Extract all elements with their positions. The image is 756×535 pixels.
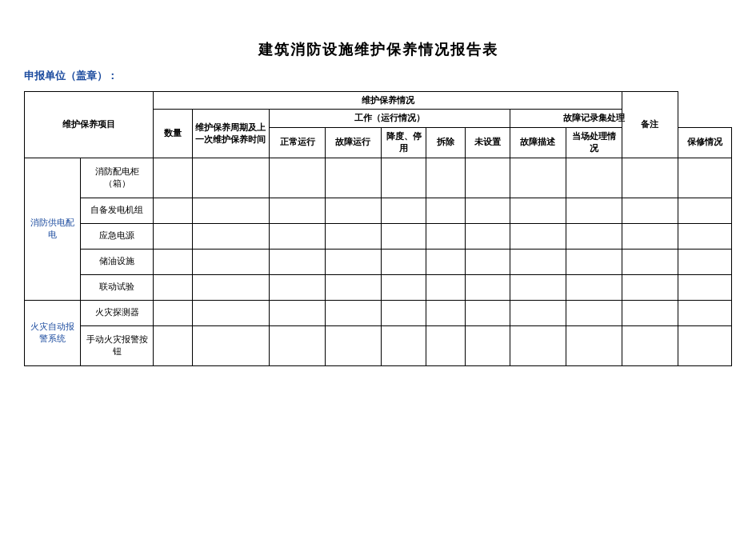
data-not-set [465, 300, 510, 325]
col-header-fault-desc: 故障描述 [510, 127, 566, 158]
data-fault-op [326, 158, 382, 198]
data-not-set [465, 158, 510, 198]
table-row: 联动试验 [25, 274, 732, 300]
data-degraded [381, 158, 426, 198]
data-fault-desc [510, 325, 566, 365]
header-row-1: 维护保养项目 维护保养情况 备注 [25, 92, 732, 110]
data-removed [426, 158, 465, 198]
table-row: 消防供电配电 消防配电柜（箱） [25, 158, 732, 198]
data-degraded [381, 274, 426, 300]
data-fault-desc [510, 274, 566, 300]
col-header-removed: 拆除 [426, 127, 465, 158]
item-cell: 联动试验 [80, 274, 153, 300]
data-period [192, 325, 270, 365]
item-cell: 储油设施 [80, 249, 153, 274]
data-remarks [678, 300, 731, 325]
item-cell: 火灾探测器 [80, 300, 153, 325]
data-degraded [381, 325, 426, 365]
data-removed [426, 249, 465, 274]
data-repair [622, 300, 678, 325]
data-remarks [678, 274, 731, 300]
data-period [192, 274, 270, 300]
data-degraded [381, 223, 426, 249]
data-removed [426, 300, 465, 325]
data-repair [622, 198, 678, 223]
col-header-repair: 保修情况 [678, 127, 731, 158]
data-quantity [154, 274, 192, 300]
data-remarks [678, 325, 731, 365]
data-removed [426, 274, 465, 300]
data-not-set [465, 223, 510, 249]
item-cell: 应急电源 [80, 223, 153, 249]
data-repair [622, 249, 678, 274]
item-cell: 自备发电机组 [80, 198, 153, 223]
col-header-quantity: 数量 [154, 110, 192, 158]
data-quantity [154, 325, 192, 365]
data-quantity [154, 300, 192, 325]
data-onsite [566, 274, 622, 300]
col-header-degraded: 降度、停用 [381, 127, 426, 158]
data-normal [270, 198, 326, 223]
col-header-fault-op: 故障运行 [326, 127, 382, 158]
data-fault-desc [510, 223, 566, 249]
table-row: 火灾自动报警系统 火灾探测器 [25, 300, 732, 325]
data-normal [270, 300, 326, 325]
data-not-set [465, 198, 510, 223]
data-remarks [678, 223, 731, 249]
col-header-maintenance-info: 维护保养情况 [154, 92, 622, 110]
category-cell-2: 火灾自动报警系统 [25, 300, 81, 365]
data-removed [426, 325, 465, 365]
data-fault-desc [510, 249, 566, 274]
data-period [192, 300, 270, 325]
col-header-work-status: 工作（运行情况） [270, 110, 510, 127]
data-removed [426, 223, 465, 249]
col-header-not-set: 未设置 [465, 127, 510, 158]
data-normal [270, 223, 326, 249]
main-table: 维护保养项目 维护保养情况 备注 数量 维护保养周期及上一次维护保养时间 工作（… [24, 91, 732, 366]
data-normal [270, 274, 326, 300]
data-remarks [678, 198, 731, 223]
unit-line: 申报单位（盖章）： [24, 69, 732, 83]
col-header-category: 维护保养项目 [25, 92, 154, 158]
table-row: 自备发电机组 [25, 198, 732, 223]
data-fault-desc [510, 300, 566, 325]
data-quantity [154, 223, 192, 249]
data-normal [270, 325, 326, 365]
item-cell: 消防配电柜（箱） [80, 158, 153, 198]
data-repair [622, 223, 678, 249]
data-fault-op [326, 223, 382, 249]
data-repair [622, 274, 678, 300]
data-repair [622, 158, 678, 198]
data-onsite [566, 198, 622, 223]
data-period [192, 223, 270, 249]
data-onsite [566, 249, 622, 274]
data-fault-op [326, 249, 382, 274]
data-repair [622, 325, 678, 365]
table-row: 手动火灾报警按钮 [25, 325, 732, 365]
col-header-period: 维护保养周期及上一次维护保养时间 [192, 110, 270, 158]
table-row: 应急电源 [25, 223, 732, 249]
data-removed [426, 198, 465, 223]
data-onsite [566, 223, 622, 249]
data-remarks [678, 158, 731, 198]
item-cell: 手动火灾报警按钮 [80, 325, 153, 365]
data-normal [270, 158, 326, 198]
data-period [192, 198, 270, 223]
table-row: 储油设施 [25, 249, 732, 274]
col-header-normal-op: 正常运行 [270, 127, 326, 158]
data-fault-op [326, 325, 382, 365]
data-quantity [154, 249, 192, 274]
data-fault-op [326, 198, 382, 223]
data-not-set [465, 274, 510, 300]
data-period [192, 249, 270, 274]
data-remarks [678, 249, 731, 274]
col-header-onsite: 当场处理情况 [566, 127, 622, 158]
data-fault-desc [510, 158, 566, 198]
data-degraded [381, 249, 426, 274]
page-title: 建筑消防设施维护保养情况报告表 [24, 40, 732, 59]
category-cell-1: 消防供电配电 [25, 158, 81, 300]
data-quantity [154, 158, 192, 198]
data-onsite [566, 300, 622, 325]
data-degraded [381, 198, 426, 223]
data-not-set [465, 325, 510, 365]
